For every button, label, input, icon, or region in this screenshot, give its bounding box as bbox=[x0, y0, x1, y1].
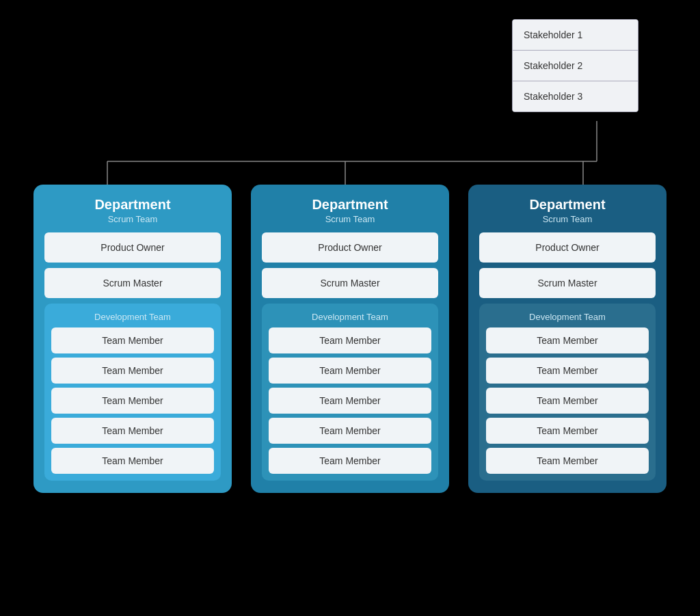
dept-2-subtitle: Scrum Team bbox=[262, 214, 438, 224]
dept-1-member-1: Team Member bbox=[51, 327, 214, 353]
dept-3-product-owner: Product Owner bbox=[479, 232, 656, 263]
stakeholder-group: Stakeholder 1 Stakeholder 2 Stakeholder … bbox=[512, 19, 638, 112]
dept-2-title: Department bbox=[262, 197, 438, 213]
dept-1-member-4: Team Member bbox=[51, 418, 214, 444]
dept-3-dev-team: Development Team Team Member Team Member… bbox=[479, 304, 656, 481]
dept-1-product-owner: Product Owner bbox=[44, 232, 221, 263]
department-1: Department Scrum Team Product Owner Scru… bbox=[33, 185, 232, 493]
dept-1-subtitle: Scrum Team bbox=[44, 214, 221, 224]
dept-3-member-1: Team Member bbox=[486, 327, 649, 353]
dept-3-dev-team-label: Development Team bbox=[486, 312, 649, 322]
dept-1-member-5: Team Member bbox=[51, 448, 214, 474]
dept-1-title: Department bbox=[44, 197, 221, 213]
department-3: Department Scrum Team Product Owner Scru… bbox=[468, 185, 667, 493]
dept-3-member-2: Team Member bbox=[486, 358, 649, 384]
dept-2-dev-team: Development Team Team Member Team Member… bbox=[262, 304, 438, 481]
dept-1-dev-team-label: Development Team bbox=[51, 312, 214, 322]
dept-2-member-5: Team Member bbox=[269, 448, 431, 474]
dept-2-member-2: Team Member bbox=[269, 358, 431, 384]
dept-2-member-3: Team Member bbox=[269, 388, 431, 414]
dept-2-dev-team-label: Development Team bbox=[269, 312, 431, 322]
dept-3-scrum-master: Scrum Master bbox=[479, 268, 656, 298]
departments-row: Department Scrum Team Product Owner Scru… bbox=[21, 185, 679, 493]
dept-2-product-owner: Product Owner bbox=[262, 232, 438, 263]
dept-3-member-5: Team Member bbox=[486, 448, 649, 474]
stakeholder-3: Stakeholder 3 bbox=[513, 81, 638, 111]
dept-2-member-4: Team Member bbox=[269, 418, 431, 444]
department-2: Department Scrum Team Product Owner Scru… bbox=[251, 185, 449, 493]
dept-1-member-3: Team Member bbox=[51, 388, 214, 414]
dept-3-member-4: Team Member bbox=[486, 418, 649, 444]
dept-2-scrum-master: Scrum Master bbox=[262, 268, 438, 298]
dept-1-dev-team: Development Team Team Member Team Member… bbox=[44, 304, 221, 481]
dept-3-title: Department bbox=[479, 197, 656, 213]
stakeholder-2: Stakeholder 2 bbox=[513, 51, 638, 81]
diagram-container: Stakeholder 1 Stakeholder 2 Stakeholder … bbox=[0, 0, 700, 616]
dept-1-scrum-master: Scrum Master bbox=[44, 268, 221, 298]
dept-3-member-3: Team Member bbox=[486, 388, 649, 414]
dept-3-subtitle: Scrum Team bbox=[479, 214, 656, 224]
dept-2-member-1: Team Member bbox=[269, 327, 431, 353]
dept-1-member-2: Team Member bbox=[51, 358, 214, 384]
stakeholder-1: Stakeholder 1 bbox=[513, 20, 638, 51]
